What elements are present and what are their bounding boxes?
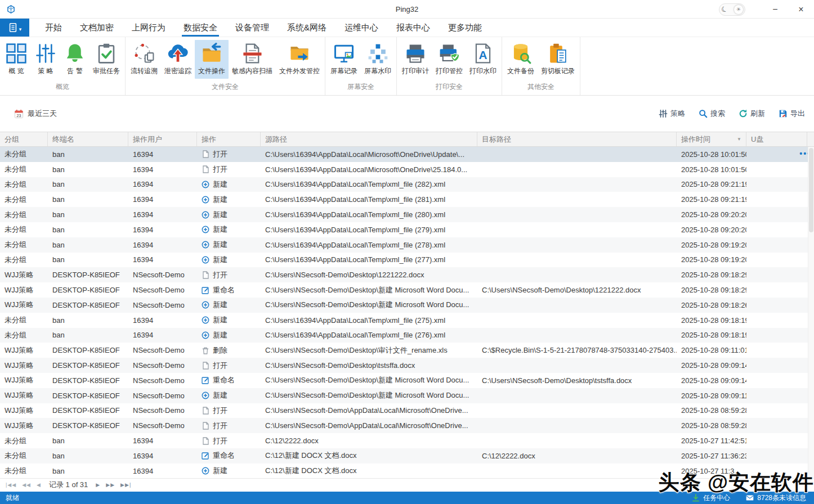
clipboard-record-icon [547,43,569,64]
close-button[interactable]: × [788,0,814,19]
menu-tabs: 开始文档加密上网行为数据安全设备管理系统&网络运维中心报表中心更多功能 [36,19,491,37]
group-cell: WJJ策略 [0,406,48,416]
last-page-button[interactable]: ▶▶| [120,482,131,488]
vertical-scrollbar[interactable] [808,147,814,478]
column-header-target-path[interactable]: 目标路径 [477,132,677,146]
ribbon-button-print-control[interactable]: 打印管控 [432,40,466,79]
svg-text:A: A [479,48,487,61]
table-row[interactable]: 未分组ban16394新建C:\Users\16394\AppData\Loca… [0,207,814,222]
table-row[interactable]: WJJ策略DESKTOP-K85IEOFNSecsoft-Demo打开C:\Us… [0,358,814,373]
column-header-source-path[interactable]: 源路径 [261,132,477,146]
date-range-filter[interactable]: 23 最近三天 [14,109,57,119]
tab-doc-encryption[interactable]: 文档加密 [71,19,123,37]
source-path-cell: C:\Users\NSecsoft-Demo\Desktop\审计文件_rena… [261,345,477,356]
prev-group-button[interactable]: ◀◀ [22,482,31,488]
column-header-user[interactable]: 操作用户 [128,132,197,146]
ribbon-button-leak-trace[interactable]: 泄密追踪 [161,40,195,79]
ribbon-button-alert-bell[interactable]: 告 警 [60,40,90,79]
ribbon-button-overview-grid[interactable]: 概 览 [2,40,31,79]
column-header-operation[interactable]: 操作 [197,132,261,146]
app-menu-button[interactable]: ▾ [0,19,29,37]
ribbon-button-flow-trace[interactable]: 流转追溯 [127,40,161,79]
table-body: 未分组ban16394打开C:\Users\16394\AppData\Loca… [0,147,814,478]
table-row[interactable]: WJJ策略DESKTOP-K85IEOFNSecsoft-Demo删除C:\Us… [0,343,814,358]
ribbon-button-sensitive-scan[interactable]: 敏感内容扫描 [229,40,276,79]
ribbon-group-label: 其他安全 [504,82,578,95]
time-cell: 2025-10-28 08:59:28 [677,421,746,430]
next-page-button[interactable]: ▶ [96,482,100,488]
table-row[interactable]: 未分组ban16394新建C:\Users\16394\AppData\Loca… [0,222,814,237]
column-header-time[interactable]: 操作时间▼ [677,132,746,146]
filter-arrow-icon[interactable]: ▼ [737,137,741,142]
ribbon-button-file-outgoing[interactable]: 文件外发管控 [276,40,323,79]
table-row[interactable]: WJJ策略DESKTOP-K85IEOFNSecsoft-Demo打开C:\Us… [0,267,814,282]
table-row[interactable]: 未分组ban16394打开C:\Users\16394\AppData\Loca… [0,147,814,162]
table-row[interactable]: 未分组ban16394打开C:\12\2222.docx2025-10-27 1… [0,433,814,448]
table-row[interactable]: WJJ策略DESKTOP-K85IEOFNSecsoft-Demo新建C:\Us… [0,298,814,313]
next-group-button[interactable]: ▶▶ [106,482,115,488]
table-row[interactable]: 未分组ban16394新建C:\Users\16394\AppData\Loca… [0,237,814,253]
terminal-cell: DESKTOP-K85IEOF [48,301,128,309]
ribbon-button-file-operations[interactable]: 文件操作 [195,40,229,79]
theme-toggle[interactable]: ☾ ☀ [719,3,745,16]
ribbon-button-label: 流转追溯 [131,66,158,76]
ribbon-button-policy-sliders[interactable]: 策 略 [31,40,60,79]
ribbon-button-print-audit[interactable]: 打印审计 [399,40,432,79]
column-header-usb[interactable]: U盘 [746,132,807,146]
policy-button[interactable]: 策略 [659,109,685,119]
policy-sliders-icon [35,43,56,64]
user-cell: 16394 [128,241,197,249]
ribbon-button-clipboard-record[interactable]: 剪切板记录 [538,40,578,79]
group-cell: 未分组 [0,164,48,174]
ribbon-button-screen-watermark[interactable]: 屏幕水印 [361,40,395,79]
table-row[interactable]: WJJ策略DESKTOP-K85IEOFNSecsoft-Demo打开C:\Us… [0,418,814,433]
source-path-cell: C:\Users\16394\AppData\Local\Temp\xml_fi… [261,195,477,204]
tab-report-center[interactable]: 报表中心 [387,19,439,37]
table-row[interactable]: WJJ策略DESKTOP-K85IEOFNSecsoft-Demo打开C:\Us… [0,403,814,418]
table-row[interactable]: 未分组ban16394重命名C:\12\新建 DOCX 文档.docxC:\12… [0,448,814,464]
flow-trace-icon [133,43,155,64]
ribbon-button-label: 屏幕记录 [330,66,357,76]
table-row[interactable]: 未分组ban16394新建C:\Users\16394\AppData\Loca… [0,313,814,328]
column-header-group[interactable]: 分组 [0,132,48,146]
table-row[interactable]: WJJ策略DESKTOP-K85IEOFNSecsoft-Demo新建C:\Us… [0,388,814,403]
terminal-cell: ban [48,165,128,174]
tab-web-behavior[interactable]: 上网行为 [123,19,175,37]
tab-device-mgmt[interactable]: 设备管理 [226,19,278,37]
table-row[interactable]: WJJ策略DESKTOP-K85IEOFNSecsoft-Demo重命名C:\U… [0,282,814,298]
column-header-terminal[interactable]: 终端名 [48,132,128,146]
ribbon-button-print-watermark[interactable]: A打印水印 [466,40,500,79]
ribbon-button-label: 屏幕水印 [364,66,391,76]
export-button[interactable]: 导出 [779,109,805,119]
tab-more-features[interactable]: 更多功能 [439,19,491,37]
prev-page-button[interactable]: ◀ [37,482,41,488]
refresh-button[interactable]: 刷新 [739,109,765,119]
source-path-cell: C:\Users\16394\AppData\Local\Temp\xml_fi… [261,226,477,234]
table-row[interactable]: 未分组ban16394新建C:\Users\16394\AppData\Loca… [0,328,814,343]
ribbon-button-approval-tasks[interactable]: 审批任务 [90,40,123,79]
overview-grid-icon [6,43,27,64]
table-row[interactable]: WJJ策略DESKTOP-K85IEOFNSecsoft-Demo重命名C:\U… [0,373,814,388]
table-row[interactable]: 未分组ban16394新建C:\Users\16394\AppData\Loca… [0,192,814,207]
scrollbar-thumb[interactable] [809,148,813,232]
first-page-button[interactable]: |◀◀ [6,482,16,488]
op-open-icon [202,165,209,173]
table-row[interactable]: 未分组ban16394新建C:\Users\16394\AppData\Loca… [0,253,814,268]
tab-data-security[interactable]: 数据安全 [175,19,226,37]
file-list-icon [8,22,18,33]
table-row[interactable]: 未分组ban16394打开C:\Users\16394\AppData\Loca… [0,162,814,177]
time-cell: 2025-10-28 09:09:14 [677,376,746,385]
ribbon-button-file-backup[interactable]: 文件备份 [504,40,538,79]
ribbon-button-screen-record[interactable]: 屏幕记录 [327,40,361,79]
op-new-icon [202,211,209,219]
search-button[interactable]: 搜索 [699,109,725,119]
operation-cell: 新建 [197,330,261,340]
minimize-button[interactable]: − [762,0,788,19]
time-cell: 2025-10-28 09:19:20 [677,241,746,249]
policy-label: 策略 [670,109,685,119]
tab-system-network[interactable]: 系统&网络 [278,19,336,37]
tab-start[interactable]: 开始 [36,19,71,37]
operation-label: 新建 [213,195,227,205]
tab-ops-center[interactable]: 运维中心 [336,19,387,37]
table-row[interactable]: 未分组ban16394新建C:\Users\16394\AppData\Loca… [0,177,814,192]
